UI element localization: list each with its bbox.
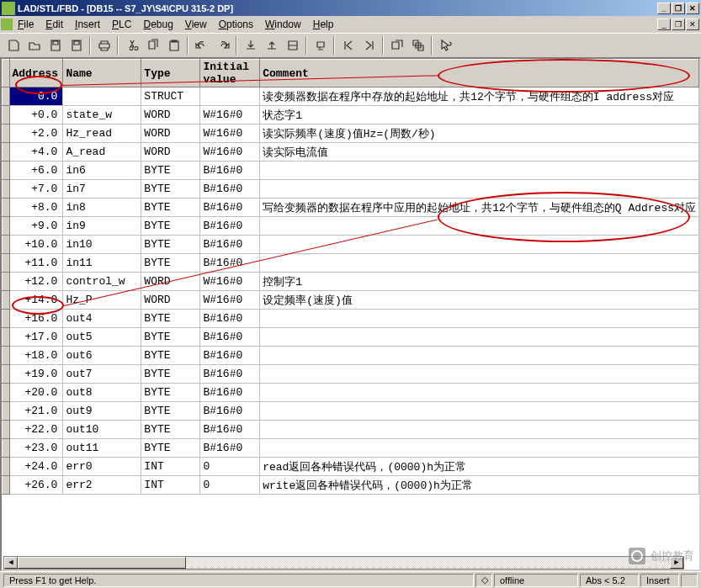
cell-type[interactable]: STRUCT: [141, 87, 200, 106]
col-comment[interactable]: Comment: [260, 60, 699, 87]
table-row[interactable]: +22.0out10BYTEB#16#0: [3, 421, 699, 439]
table-row[interactable]: +7.0in7BYTEB#16#0: [3, 180, 699, 199]
cell-comment[interactable]: read返回各种错误代码，(0000)h为正常: [260, 458, 699, 476]
mdi-restore-button[interactable]: ❐: [672, 19, 685, 30]
save-button[interactable]: [66, 36, 86, 55]
cell-initial[interactable]: B#16#0: [200, 254, 260, 273]
table-row[interactable]: +20.0out8BYTEB#16#0: [3, 384, 699, 402]
cell-comment[interactable]: 读实际频率(速度)值Hz=(周数/秒): [260, 124, 699, 143]
cell-comment[interactable]: 控制字1: [260, 273, 699, 291]
cell-type[interactable]: WORD: [141, 291, 200, 310]
menu-file[interactable]: File: [12, 17, 40, 32]
cell-address[interactable]: +2.0: [9, 124, 63, 143]
cell-name[interactable]: in6: [63, 162, 141, 180]
cell-initial[interactable]: B#16#0: [200, 180, 260, 199]
upload-button[interactable]: [262, 36, 281, 55]
cell-initial[interactable]: B#16#0: [200, 421, 260, 439]
table-row[interactable]: +6.0in6BYTEB#16#0: [3, 162, 699, 180]
db-table[interactable]: Address Name Type Initial value Comment …: [2, 59, 699, 495]
cell-name[interactable]: in8: [63, 199, 141, 217]
cell-address[interactable]: +20.0: [9, 384, 63, 402]
cell-type[interactable]: BYTE: [141, 347, 200, 365]
save-local-button[interactable]: [45, 36, 65, 55]
cell-address[interactable]: +6.0: [9, 162, 63, 180]
cell-type[interactable]: INT: [141, 476, 200, 495]
cell-comment[interactable]: 设定频率(速度)值: [260, 291, 699, 310]
cell-address[interactable]: +14.0: [9, 291, 63, 310]
close-button[interactable]: ✕: [686, 3, 699, 14]
cell-initial[interactable]: W#16#0: [200, 273, 260, 291]
cell-name[interactable]: out4: [63, 310, 141, 328]
cell-address[interactable]: +23.0: [9, 439, 63, 458]
table-row[interactable]: +11.0in11BYTEB#16#0: [3, 254, 699, 273]
cell-initial[interactable]: B#16#0: [200, 310, 260, 328]
cell-type[interactable]: BYTE: [141, 162, 200, 180]
cell-name[interactable]: out5: [63, 328, 141, 347]
cell-address[interactable]: +10.0: [9, 236, 63, 254]
cell-initial[interactable]: B#16#0: [200, 384, 260, 402]
cell-type[interactable]: BYTE: [141, 310, 200, 328]
cell-initial[interactable]: W#16#0: [200, 291, 260, 310]
cell-type[interactable]: BYTE: [141, 254, 200, 273]
cell-comment[interactable]: [260, 384, 699, 402]
cell-name[interactable]: out9: [63, 402, 141, 421]
cell-type[interactable]: BYTE: [141, 421, 200, 439]
cell-comment[interactable]: 读实际电流值: [260, 143, 699, 162]
monitor-button[interactable]: [311, 36, 330, 55]
scroll-left-button[interactable]: ◄: [4, 557, 18, 569]
cell-comment[interactable]: 写给变频器的数据在程序中应用的起始地址，共12个字节，与硬件组态的Q Addre…: [260, 199, 699, 217]
table-row[interactable]: +21.0out9BYTEB#16#0: [3, 402, 699, 421]
cell-initial[interactable]: W#16#0: [200, 143, 260, 162]
menu-options[interactable]: Options: [213, 17, 259, 32]
cell-type[interactable]: BYTE: [141, 384, 200, 402]
row-header[interactable]: [3, 124, 10, 143]
table-row[interactable]: +14.0Hz_PWORDW#16#0设定频率(速度)值: [3, 291, 699, 310]
cell-address[interactable]: +7.0: [9, 180, 63, 199]
table-row[interactable]: +8.0in8BYTEB#16#0写给变频器的数据在程序中应用的起始地址，共12…: [3, 199, 699, 217]
row-header[interactable]: [3, 236, 10, 254]
menu-help[interactable]: Help: [307, 17, 340, 32]
cell-address[interactable]: +24.0: [9, 458, 63, 476]
cell-type[interactable]: BYTE: [141, 328, 200, 347]
table-row[interactable]: +2.0Hz_readWORDW#16#0读实际频率(速度)值Hz=(周数/秒): [3, 124, 699, 143]
cell-initial[interactable]: B#16#0: [200, 236, 260, 254]
mdi-minimize-button[interactable]: _: [657, 19, 671, 30]
cell-address[interactable]: +12.0: [9, 273, 63, 291]
redo-button[interactable]: [213, 36, 232, 55]
table-row[interactable]: +10.0in10BYTEB#16#0: [3, 236, 699, 254]
scroll-track[interactable]: [18, 557, 670, 569]
cell-address[interactable]: 0.0: [9, 87, 63, 106]
cell-initial[interactable]: [200, 87, 260, 106]
cell-name[interactable]: out11: [63, 439, 141, 458]
cell-name[interactable]: out7: [63, 365, 141, 384]
table-row[interactable]: +16.0out4BYTEB#16#0: [3, 310, 699, 328]
menu-window[interactable]: Window: [259, 17, 307, 32]
row-header[interactable]: [3, 439, 10, 458]
menu-insert[interactable]: Insert: [69, 17, 106, 32]
cell-address[interactable]: +4.0: [9, 143, 63, 162]
cell-name[interactable]: in11: [63, 254, 141, 273]
table-row[interactable]: +23.0out11BYTEB#16#0: [3, 439, 699, 458]
cell-type[interactable]: BYTE: [141, 365, 200, 384]
cell-comment[interactable]: 读变频器数据在程序中存放的起始地址，共12个字节，与硬件组态的I address…: [260, 87, 699, 106]
cell-comment[interactable]: 状态字1: [260, 106, 699, 124]
cell-type[interactable]: BYTE: [141, 180, 200, 199]
col-initial-value[interactable]: Initial value: [200, 60, 260, 87]
cell-initial[interactable]: B#16#0: [200, 402, 260, 421]
cell-comment[interactable]: [260, 365, 699, 384]
cell-initial[interactable]: W#16#0: [200, 106, 260, 124]
cell-type[interactable]: WORD: [141, 273, 200, 291]
cell-type[interactable]: BYTE: [141, 439, 200, 458]
row-header[interactable]: [3, 106, 10, 124]
paste-button[interactable]: [164, 36, 183, 55]
cell-comment[interactable]: [260, 328, 699, 347]
block-button[interactable]: [283, 36, 302, 55]
cell-initial[interactable]: B#16#0: [200, 217, 260, 236]
cell-type[interactable]: WORD: [141, 143, 200, 162]
cell-name[interactable]: state_w: [63, 106, 141, 124]
horizontal-scrollbar[interactable]: ◄ ►: [3, 556, 684, 569]
cell-name[interactable]: in7: [63, 180, 141, 199]
cascade-button[interactable]: [408, 36, 428, 55]
row-header[interactable]: [3, 421, 10, 439]
row-header[interactable]: [3, 365, 10, 384]
